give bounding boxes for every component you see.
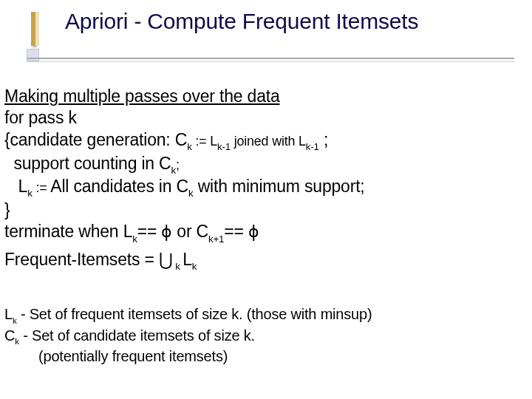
line-brace-close: }	[4, 200, 522, 221]
note-ck: Ck - Set of candidate itemsets of size k…	[4, 326, 522, 347]
phi-icon: ϕ	[248, 223, 259, 241]
line-frequent-itemsets: Frequent-Itemsets = ⋃ k Lk	[4, 249, 522, 273]
line-support-count: support counting in Ck;	[4, 153, 522, 177]
line-lk-assign: Lk := All candidates in Ck with minimum …	[4, 176, 522, 200]
body-text: Making multiple passes over the data for…	[4, 86, 522, 273]
title-area: Apriori - Compute Frequent Itemsets	[0, 0, 532, 34]
note-lk: Lk - Set of frequent itemsets of size k.…	[4, 304, 522, 326]
line-candidate-gen: {candidate generation: Ck := Lk-1 joined…	[4, 129, 522, 153]
line-terminate: terminate when Lk== ϕ or Ck+1== ϕ	[4, 221, 522, 245]
notes-block: Lk - Set of frequent itemsets of size k.…	[4, 304, 522, 366]
slide: Apriori - Compute Frequent Itemsets Maki…	[0, 0, 532, 399]
slide-title: Apriori - Compute Frequent Itemsets	[65, 9, 532, 34]
body-heading: Making multiple passes over the data	[4, 86, 280, 106]
title-divider	[27, 58, 514, 62]
line-for-pass: for pass k	[4, 107, 522, 129]
note-ck-cont: (potentially frequent itemsets)	[4, 347, 522, 366]
union-icon: ⋃	[159, 250, 173, 269]
phi-icon: ϕ	[161, 223, 172, 241]
